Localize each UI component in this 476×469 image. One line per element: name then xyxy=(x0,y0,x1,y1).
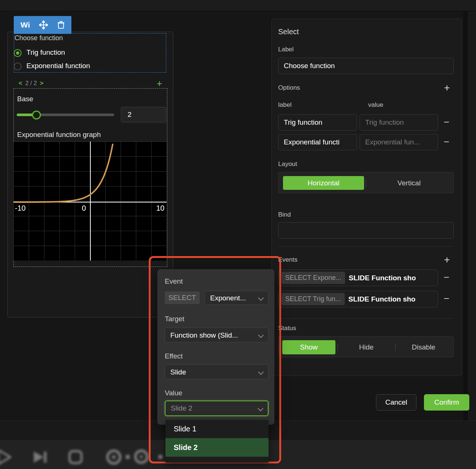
base-label: Base xyxy=(17,95,33,103)
radio-trig-function-label[interactable]: Trig function xyxy=(26,48,65,57)
remove-event-button[interactable]: − xyxy=(444,295,449,302)
popup-target-dropdown[interactable]: Function show (Slid... xyxy=(165,328,268,342)
divider xyxy=(278,318,454,319)
event-action-text: SLIDE Function sho xyxy=(349,274,416,282)
event-row[interactable]: SELECT Trig fun... SLIDE Function sho xyxy=(278,291,438,307)
status-disable-segment[interactable]: Disable xyxy=(396,340,451,354)
popup-effect-label: Effect xyxy=(165,352,183,360)
dropdown-item-slide-2[interactable]: Slide 2 xyxy=(165,438,268,457)
remove-option-button[interactable]: − xyxy=(444,118,449,126)
skip-next-icon[interactable] xyxy=(32,449,49,467)
exp-curve xyxy=(13,144,113,202)
graph-svg xyxy=(13,141,167,261)
option-label-input[interactable]: Exponential functi xyxy=(278,134,357,150)
options-col-label: label xyxy=(278,101,292,109)
record-alt-icon[interactable] xyxy=(133,449,149,466)
add-option-button[interactable]: + xyxy=(444,84,450,92)
app-root: Wi Choose function Trig function Exponen… xyxy=(0,0,476,469)
remove-event-button[interactable]: − xyxy=(444,274,449,281)
event-trigger-badge: SELECT Trig fun... xyxy=(282,293,345,305)
popup-value-label: Value xyxy=(165,389,182,397)
widget-toolbar: Wi xyxy=(14,16,71,34)
radio-exponential-function-label[interactable]: Exponential function xyxy=(26,62,90,70)
label-input[interactable]: Choose function xyxy=(278,58,454,74)
layout-segmented: Horizontal Vertical xyxy=(278,172,454,193)
chevron-down-icon xyxy=(258,369,264,375)
popup-event-option-dropdown[interactable]: Exponent... xyxy=(205,291,268,305)
status-show-segment[interactable]: Show xyxy=(282,340,335,354)
remove-option-button[interactable]: − xyxy=(444,138,449,146)
radio-trig-function[interactable] xyxy=(14,49,22,57)
chevron-down-icon xyxy=(258,406,264,412)
event-action-text: SLIDE Function sho xyxy=(348,295,416,303)
popup-value-value: Slide 2 xyxy=(171,404,192,412)
right-gutter xyxy=(463,11,468,421)
radio-exponential-function[interactable] xyxy=(14,63,22,70)
x-tick-max: 10 xyxy=(156,204,164,213)
widget-toolbar-title[interactable]: Wi xyxy=(20,20,30,29)
label-field-caption: Label xyxy=(278,46,294,53)
exponential-graph: -10 0 10 xyxy=(13,141,167,261)
event-row[interactable]: SELECT Expone... SLIDE Function sho xyxy=(278,269,438,286)
options-title: Options xyxy=(278,84,300,92)
right-edge-strip xyxy=(468,11,476,421)
chevron-down-icon xyxy=(258,295,264,301)
graph-title: Exponential function graph xyxy=(17,131,101,139)
trash-icon[interactable] xyxy=(57,21,65,29)
option-value-input[interactable]: Trig function xyxy=(360,114,438,131)
pager-next-button[interactable]: > xyxy=(40,80,44,87)
base-value-input[interactable]: 2 xyxy=(121,107,166,122)
confirm-button[interactable]: Confirm xyxy=(424,394,469,411)
pager-prev-button[interactable]: < xyxy=(19,80,22,87)
dot-icon[interactable] xyxy=(126,455,130,459)
add-slide-button[interactable]: + xyxy=(157,80,162,87)
status-segmented: Show Hide Disable xyxy=(278,336,454,357)
play-icon[interactable] xyxy=(0,448,13,468)
stop-icon[interactable] xyxy=(68,449,83,466)
panel-title: Select xyxy=(278,28,299,36)
option-label-input[interactable]: Trig function xyxy=(278,114,357,131)
popup-event-option-value: Exponent... xyxy=(210,294,246,302)
add-event-button[interactable]: + xyxy=(444,256,450,264)
popup-effect-value: Slide xyxy=(170,368,186,376)
popup-target-label: Target xyxy=(165,315,184,323)
pager-count: 2 / 2 xyxy=(25,80,37,87)
base-slider-knob[interactable] xyxy=(32,111,41,119)
dropdown-item-slide-1[interactable]: Slide 1 xyxy=(165,420,268,438)
x-tick-zero: 0 xyxy=(82,204,86,213)
option-value-input[interactable]: Exponential fun... xyxy=(360,134,438,150)
popup-target-value: Function show (Slid... xyxy=(170,331,238,339)
value-dropdown-list: Slide 1 Slide 2 xyxy=(165,420,268,463)
popup-event-type-badge: SELECT xyxy=(165,291,200,304)
top-bar xyxy=(0,0,476,11)
options-col-value: value xyxy=(368,101,383,109)
popup-value-dropdown[interactable]: Slide 2 xyxy=(165,401,268,416)
layout-horizontal-segment[interactable]: Horizontal xyxy=(283,176,364,190)
popup-effect-dropdown[interactable]: Slide xyxy=(165,364,268,379)
event-trigger-badge: SELECT Expone... xyxy=(282,272,345,284)
chevron-down-icon xyxy=(258,332,264,338)
widget-select-label: Choose function xyxy=(15,34,63,42)
record-icon[interactable] xyxy=(105,449,122,467)
move-icon[interactable] xyxy=(39,20,48,29)
status-hide-segment[interactable]: Hide xyxy=(338,340,395,354)
bind-title: Bind xyxy=(278,211,291,218)
cancel-button[interactable]: Cancel xyxy=(376,394,416,411)
bind-input[interactable] xyxy=(278,222,454,239)
x-tick-min: -10 xyxy=(15,204,26,213)
layout-vertical-segment[interactable]: Vertical xyxy=(369,176,450,190)
divider xyxy=(278,246,454,247)
layout-title: Layout xyxy=(278,160,297,168)
popup-event-label: Event xyxy=(165,277,183,285)
